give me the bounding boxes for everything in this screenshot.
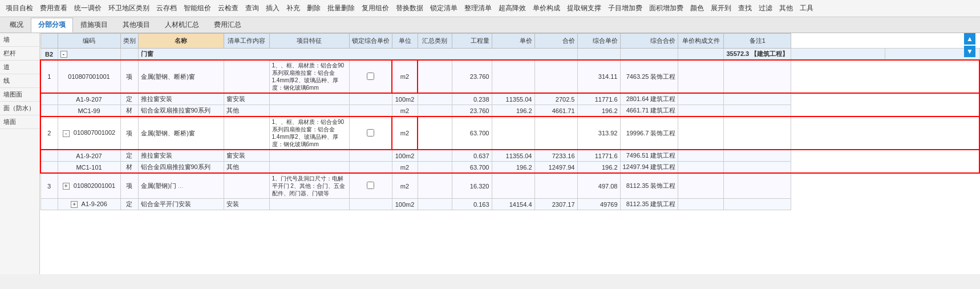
menu-item-lock[interactable]: 锁定清单 <box>427 2 461 14</box>
table-row[interactable]: 1 010807001001 项 金属(塑钢、断桥)窗 1、、框、扇材质：铝合金… <box>41 60 979 93</box>
item1s2-qty: 23.760 <box>452 105 492 117</box>
menu-item-color[interactable]: 颜色 <box>687 2 707 14</box>
table-row[interactable]: 3 + 010802001001 项 金属(塑钢)门 ... 1、门代号及洞口尺 <box>41 173 979 199</box>
table-row[interactable]: 2 - 010807001002 项 金属(塑钢、断桥)窗 1、、框、扇材质：铝… <box>41 117 979 150</box>
menu-item-delete[interactable]: 删除 <box>303 2 324 14</box>
menu-item-cost-view[interactable]: 费用查看 <box>37 2 71 14</box>
item3-unit: m2 <box>392 173 418 199</box>
item2s1-sum <box>418 150 452 162</box>
item1s2-num <box>41 105 58 117</box>
item1s1-lock <box>349 93 392 105</box>
item1-note <box>724 60 791 93</box>
menu-item-unified-price[interactable]: 统一调价 <box>71 2 105 14</box>
th-feature: 项目特征 <box>269 34 349 49</box>
table-row[interactable]: MC1-99 材 铝合金双扇推拉窗90系列 其他 m2 23.760 196.2… <box>41 105 979 117</box>
item1s1-qty: 0.238 <box>452 93 492 105</box>
menu-item-batch-delete[interactable]: 批量删除 <box>324 2 358 14</box>
menu-item-extract-steel[interactable]: 提取钢支撑 <box>564 2 605 14</box>
menu-item-unit-price[interactable]: 单价构成 <box>529 2 564 14</box>
item1s1-unit: 100m2 <box>392 93 418 105</box>
item1-sum-type <box>418 60 452 93</box>
menu-item-smart-price[interactable]: 智能组价 <box>180 2 214 14</box>
item3s1-total: 2307.17 <box>534 199 577 210</box>
item3-lock-checkbox[interactable] <box>367 182 374 189</box>
item1s2-unit: m2 <box>392 105 418 117</box>
item3s1-type: 定 <box>120 199 138 210</box>
item1s1-feature <box>269 93 349 105</box>
menu-item-clean[interactable]: 整理清单 <box>461 2 495 14</box>
item2s1-lock <box>349 150 392 162</box>
item1s1-total: 2702.5 <box>534 93 577 105</box>
table-row[interactable]: B2 - 门窗 35572.3 【建筑工程】 <box>41 49 979 61</box>
item2s2-num <box>41 162 58 174</box>
menu-item-env[interactable]: 环卫地区类别 <box>105 2 153 14</box>
item1s1-file <box>678 93 724 105</box>
tab-measures[interactable]: 措施项目 <box>73 18 115 33</box>
sidebar-item-railing[interactable]: 栏杆 <box>0 47 39 61</box>
table-row[interactable]: MC1-101 材 铝合金四扇推拉窗90系列 其他 m2 63.700 196.… <box>41 162 979 174</box>
item1-file <box>678 60 724 93</box>
menu-item-tools[interactable]: 工具 <box>796 2 817 14</box>
collapse-icon[interactable]: - <box>60 51 67 58</box>
item3-comp-total: 8112.35 装饰工程 <box>620 173 678 199</box>
item3-total <box>534 173 577 199</box>
item3s1-file <box>678 199 724 210</box>
menu-item-find[interactable]: 查找 <box>735 2 755 14</box>
nav-up-button[interactable]: ▲ <box>964 33 975 45</box>
item1-lock[interactable] <box>349 60 392 93</box>
menu-item-cloud-archive[interactable]: 云存档 <box>153 2 180 14</box>
sidebar-item-wall[interactable]: 墙 <box>0 33 39 47</box>
section-b2-collapse[interactable]: - <box>58 49 120 61</box>
item2s2-name: 铝合金四扇推拉窗90系列 <box>138 162 224 174</box>
item2s1-comp-price: 11771.6 <box>577 150 620 162</box>
th-total: 合价 <box>534 34 577 49</box>
item1-price <box>492 60 534 93</box>
sidebar-item-line[interactable]: 线 <box>0 74 39 88</box>
menu-item-add-fee[interactable]: 子目增加费 <box>605 2 646 14</box>
menu-item-other[interactable]: 其他 <box>776 2 796 14</box>
item2-code: - 010807001002 <box>58 117 120 150</box>
table-row[interactable]: + A1-9-206 定 铝合金平开门安装 安装 100m2 0.163 141… <box>41 199 979 210</box>
menu-item-replace[interactable]: 替换数据 <box>392 2 427 14</box>
item3s1-note <box>724 199 791 210</box>
tab-cost-summary[interactable]: 费用汇总 <box>206 18 249 33</box>
item2-lock-checkbox[interactable] <box>367 129 374 137</box>
menu-item-area-fee[interactable]: 面积增加费 <box>646 2 687 14</box>
item3-collapse-icon[interactable]: + <box>63 183 70 190</box>
menu-item-cloud-check[interactable]: 云检查 <box>214 2 242 14</box>
menu-item-reuse[interactable]: 复用组价 <box>358 2 392 14</box>
item3s1-lock <box>349 199 392 210</box>
tab-materials[interactable]: 人材机汇总 <box>157 18 206 33</box>
menu-item-query[interactable]: 查询 <box>242 2 262 14</box>
item2s2-feature <box>269 162 349 174</box>
table-container: 编码 类别 名称 清单工作内容 项目特征 锁定综合单价 单位 汇总类别 工程量 … <box>40 33 980 274</box>
th-note: 备注1 <box>724 34 791 49</box>
item1s1-sum <box>418 93 452 105</box>
item3-qty: 16.320 <box>452 173 492 199</box>
item2-collapse-icon[interactable]: - <box>63 130 70 137</box>
menu-item-insert[interactable]: 插入 <box>262 2 283 14</box>
menu-item-project-check[interactable]: 项目自检 <box>2 2 37 14</box>
item3-price <box>492 173 534 199</box>
menu-item-expand[interactable]: 展开到 <box>707 2 735 14</box>
item2s2-qty: 63.700 <box>452 162 492 174</box>
table-row[interactable]: A1-9-207 定 推拉窗安装 窗安装 100m2 0.637 11355.0… <box>41 150 979 162</box>
item1-lock-checkbox[interactable] <box>367 73 374 80</box>
table-row[interactable]: A1-9-207 定 推拉窗安装 窗安装 100m2 0.238 11355.0… <box>41 93 979 105</box>
sidebar-item-waterproof[interactable]: 面（防水） <box>0 102 39 115</box>
tab-other-items[interactable]: 其他项目 <box>115 18 157 33</box>
sidebar-item-road[interactable]: 道 <box>0 61 39 74</box>
item2-lock[interactable] <box>349 117 392 150</box>
th-comp-price: 综合单价 <box>577 34 620 49</box>
nav-down-button[interactable]: ▼ <box>964 46 975 57</box>
sidebar-item-wall-face[interactable]: 墙面 <box>0 115 39 129</box>
item3-lock[interactable] <box>349 173 392 199</box>
item2s1-type: 定 <box>120 150 138 162</box>
menu-item-superhigh[interactable]: 超高降效 <box>495 2 529 14</box>
tab-section-items[interactable]: 分部分项 <box>31 18 73 33</box>
menu-item-supplement[interactable]: 补充 <box>283 2 303 14</box>
item1-feature: 1、、框、扇材质：铝合金90系列双扇推拉窗：铝合金1.4mm厚2、玻璃品种、厚度… <box>269 60 349 93</box>
sidebar-item-wall-plan[interactable]: 墙图面 <box>0 88 39 102</box>
tab-overview[interactable]: 概况 <box>2 18 31 33</box>
menu-item-filter[interactable]: 过滤 <box>755 2 776 14</box>
